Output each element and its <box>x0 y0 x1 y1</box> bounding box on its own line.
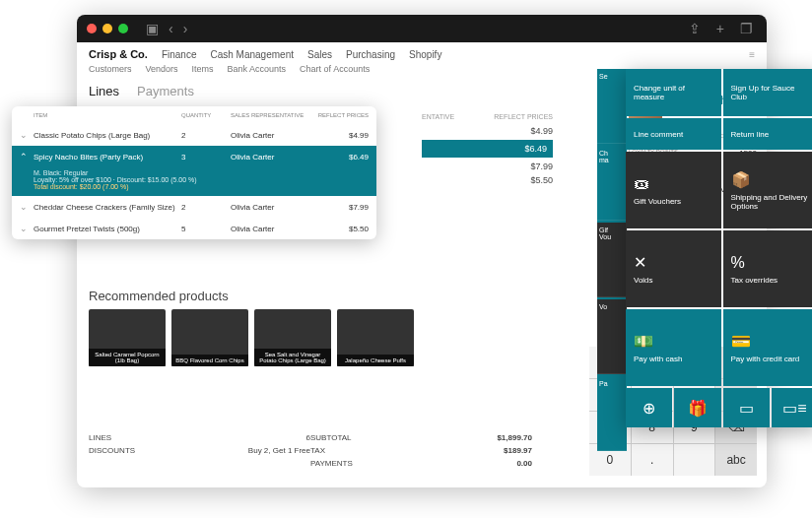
nav-shopify[interactable]: Shopify <box>409 49 441 60</box>
sub-l3: Total discount: $20.00 (7.00 %) <box>34 183 355 190</box>
tile-label: Tax overrides <box>731 276 811 285</box>
back-icon[interactable]: ‹ <box>165 21 177 36</box>
hdr-item: ITEM <box>34 112 181 118</box>
lines-panel: ITEM QUANTITY SALES REPRESENTATIVE REFLE… <box>12 106 376 239</box>
mini-loyalty-icon[interactable]: ▭ <box>723 388 770 427</box>
chevron-down-icon[interactable]: ⌄ <box>20 130 34 140</box>
share-icon[interactable]: ⇪ <box>685 21 705 36</box>
tile-shipping[interactable]: 📦Shipping and Delivery Options <box>723 152 813 228</box>
strip-item[interactable]: GifVou <box>597 223 627 297</box>
min-dot[interactable] <box>102 24 112 33</box>
tile-line-comment[interactable]: Line comment <box>626 118 721 150</box>
sub-v: $1,899.70 <box>497 433 532 442</box>
line-rep: Olivia Carter <box>231 153 309 162</box>
mid-v2: $6.49 <box>422 140 553 158</box>
subnav-customers[interactable]: Customers <box>89 64 132 74</box>
line-row[interactable]: ⌄ Cheddar Cheese Crackers (Family Size) … <box>12 196 376 218</box>
line-qty: 2 <box>181 203 231 212</box>
strip-item[interactable]: Chma <box>597 146 627 221</box>
mid-v4: $5.50 <box>422 175 553 185</box>
brand[interactable]: Crisp & Co. <box>89 48 148 60</box>
line-qty: 5 <box>181 225 231 233</box>
sidebar-icon[interactable]: ▣ <box>142 21 163 36</box>
rec-card[interactable]: Jalapeño Cheese Puffs <box>337 309 414 366</box>
line-name: Spicy Nacho Bites (Party Pack) <box>34 153 181 162</box>
tile-label: Pay with cash <box>634 355 713 363</box>
percent-icon: % <box>731 254 811 272</box>
key-dot[interactable]: . <box>632 444 673 476</box>
nav-finance[interactable]: Finance <box>162 49 197 60</box>
subnav-items[interactable]: Items <box>192 64 214 74</box>
tax-l: TAX <box>310 446 325 455</box>
mini-coins-icon[interactable]: ⊕ <box>626 388 672 427</box>
nav-more-icon[interactable]: ≡ <box>749 49 755 60</box>
tile-gift-vouchers[interactable]: 🎟Gift Vouchers <box>626 152 721 228</box>
nav-purchasing[interactable]: Purchasing <box>346 49 395 60</box>
tile-return-line[interactable]: Return line <box>723 118 813 150</box>
mid-hdr-price: REFLECT PRICES <box>494 113 553 120</box>
tile-label: Sign Up for Sauce Club <box>731 84 811 101</box>
mini-id-icon[interactable]: ▭≡ <box>772 388 812 427</box>
line-row-selected[interactable]: ⌃ Spicy Nacho Bites (Party Pack) 3 Olivi… <box>12 146 376 167</box>
disc-l: DISCOUNTS <box>89 446 135 455</box>
copy-icon[interactable]: ❐ <box>736 21 757 36</box>
strip-item[interactable]: Vo <box>597 299 627 374</box>
tile-pay-cash[interactable]: 💵Pay with cash <box>626 309 721 386</box>
titlebar: ▣ ‹ › ⇪ + ❐ <box>77 15 767 42</box>
mid-prices: ENTATIVE REFLECT PRICES $4.99 $6.49 $7.9… <box>422 113 553 189</box>
key-abc[interactable]: abc <box>715 444 757 476</box>
tile-pay-card[interactable]: 💳Pay with credit card <box>723 309 813 386</box>
tile-change-unit[interactable]: Change unit of measure <box>626 69 721 116</box>
tile-tax-overrides[interactable]: %Tax overrides <box>723 230 813 307</box>
tile-sauce-club[interactable]: Sign Up for Sauce Club <box>723 69 813 116</box>
rec-label: Salted Caramel Popcorn (1lb Bag) <box>89 349 166 366</box>
sub-l2: Loyalty: 5% off over $100 · Discount: $1… <box>34 176 355 183</box>
tile-voids[interactable]: ✕Voids <box>626 230 721 307</box>
line-row[interactable]: ⌄ Classic Potato Chips (Large Bag) 2 Oli… <box>12 124 376 146</box>
max-dot[interactable] <box>118 24 128 33</box>
tile-label: Gift Vouchers <box>634 197 713 206</box>
cash-icon: 💵 <box>634 332 713 351</box>
line-name: Classic Potato Chips (Large Bag) <box>34 131 181 140</box>
subnav-coa[interactable]: Chart of Accounts <box>300 64 370 74</box>
line-price: $6.49 <box>309 153 369 162</box>
subnav-vendors[interactable]: Vendors <box>146 64 178 74</box>
tab-lines[interactable]: Lines <box>89 84 119 98</box>
card-icon: 💳 <box>731 332 811 351</box>
line-row[interactable]: ⌄ Gourmet Pretzel Twists (500g) 5 Olivia… <box>12 218 376 239</box>
plus-icon[interactable]: + <box>712 21 728 36</box>
tile-label: Shipping and Delivery Options <box>731 193 811 211</box>
sub-l1: M. Black: Regular <box>34 169 355 176</box>
rec-card[interactable]: BBQ Flavored Corn Chips <box>171 309 248 366</box>
subnav-bank[interactable]: Bank Accounts <box>228 64 287 74</box>
line-rep: Olivia Carter <box>231 225 309 233</box>
rec-label: Jalapeño Cheese Puffs <box>337 355 414 366</box>
tile-label: Return line <box>731 130 811 139</box>
nav-sales[interactable]: Sales <box>307 49 332 60</box>
line-qty: 3 <box>181 153 231 162</box>
tile-label: Line comment <box>634 130 713 139</box>
chevron-down-icon[interactable]: ⌄ <box>20 224 34 233</box>
close-dot[interactable] <box>87 24 97 33</box>
rec-card[interactable]: Salted Caramel Popcorn (1lb Bag) <box>89 309 166 366</box>
tax-v: $189.97 <box>504 446 532 455</box>
tab-payments[interactable]: Payments <box>137 84 194 98</box>
strip-item[interactable]: Pa <box>597 376 627 451</box>
tile-label: Pay with credit card <box>731 355 811 363</box>
recs-title: Recommended products <box>89 289 424 303</box>
tile-label: Change unit of measure <box>634 84 713 101</box>
nav-cash[interactable]: Cash Management <box>210 49 294 60</box>
line-price: $7.99 <box>309 203 369 212</box>
chevron-down-icon[interactable]: ⌄ <box>20 202 34 212</box>
chevron-up-icon[interactable]: ⌃ <box>20 152 34 162</box>
strip-item[interactable]: Se <box>597 69 627 144</box>
mid-v1: $4.99 <box>422 126 553 136</box>
rec-card[interactable]: Sea Salt and Vinegar Potato Chips (Large… <box>254 309 331 366</box>
action-tiles: Change unit of measure Sign Up for Sauce… <box>626 69 812 427</box>
key-blank[interactable] <box>674 444 715 476</box>
pay-l: PAYMENTS <box>310 459 353 468</box>
mid-hdr-rep: ENTATIVE <box>422 113 454 120</box>
rec-label: BBQ Flavored Corn Chips <box>171 355 248 366</box>
mini-gift-icon[interactable]: 🎁 <box>674 388 720 427</box>
forward-icon[interactable]: › <box>179 21 192 36</box>
